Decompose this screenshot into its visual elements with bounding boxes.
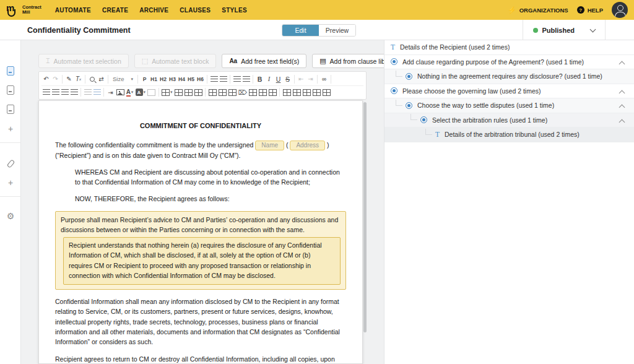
tab-edit[interactable]: Edit — [282, 25, 319, 36]
insert-table-icon[interactable]: ▾ — [161, 87, 174, 97]
document-page[interactable]: COMMITMENT OF CONFIDENTIALITY The follow… — [38, 100, 363, 364]
name-field-chip[interactable]: Name — [255, 141, 284, 150]
address-field-chip[interactable]: Address — [290, 141, 325, 150]
find-icon[interactable] — [87, 74, 97, 84]
add-from-clause-library-button[interactable]: ▤ Add from clause library — [312, 54, 384, 68]
collapse-chevron-icon[interactable] — [619, 90, 625, 96]
insert-column-left-icon[interactable] — [217, 87, 227, 97]
collapse-chevron-icon[interactable] — [619, 61, 625, 67]
find-replace-icon[interactable]: ⇄ — [97, 74, 106, 84]
sidebar-document-2[interactable] — [0, 85, 21, 95]
chevron-down-icon — [590, 26, 596, 32]
merge-cells-icon[interactable] — [248, 87, 258, 97]
format-h5-button[interactable]: H5 — [186, 74, 196, 84]
align-right-icon[interactable] — [60, 87, 69, 97]
add-attachment-button[interactable]: + — [0, 178, 21, 187]
table-header-icon[interactable] — [173, 87, 183, 97]
tab-preview[interactable]: Preview — [319, 25, 355, 36]
tree-item-nothing-disclosure[interactable]: Nothing in the agreement requires any di… — [384, 69, 634, 84]
multilevel-list-2-icon[interactable] — [241, 74, 251, 84]
nav-clauses[interactable]: CLAUSES — [180, 7, 211, 14]
redo-icon[interactable]: ↷ — [51, 74, 60, 84]
nav-archive[interactable]: ARCHIVE — [139, 7, 168, 14]
justify-icon[interactable] — [69, 87, 79, 97]
tree-item-governing-law[interactable]: Please choose the governing law (used 2 … — [384, 84, 634, 99]
format-painter-icon[interactable]: ✎ — [64, 74, 74, 84]
tree-item-arbitration-rules[interactable]: Select the arbitration rules (used 1 tim… — [384, 113, 634, 128]
purpose-clause-block[interactable]: Purpose shall mean Recipient’s advice to… — [55, 211, 346, 290]
tree-item-arbitration-tribunal[interactable]: T Details of the arbitration tribunal (u… — [384, 128, 634, 142]
nav-styles[interactable]: STYLES — [222, 7, 247, 14]
top-app-bar: m Contract Mill AUTOMATE CREATE ARCHIVE … — [0, 0, 634, 20]
delete-column-icon[interactable]: ⌦ — [237, 87, 248, 97]
collapse-chevron-icon[interactable] — [619, 119, 625, 125]
align-left-icon[interactable] — [41, 87, 51, 97]
numbered-list-icon[interactable] — [209, 74, 219, 84]
select-all-icon[interactable] — [147, 87, 157, 97]
user-avatar[interactable] — [612, 2, 628, 18]
cell-properties-icon[interactable] — [282, 87, 292, 97]
settings-button[interactable]: ⚙ — [0, 212, 21, 220]
format-h2-button[interactable]: H2 — [158, 74, 168, 84]
nav-automate[interactable]: AUTOMATE — [55, 7, 91, 14]
attachments-button[interactable] — [0, 160, 21, 168]
delete-row-icon[interactable] — [207, 87, 217, 97]
table-caption-icon[interactable] — [302, 87, 311, 97]
insert-row-above-icon[interactable] — [183, 87, 193, 97]
decrease-indent-icon[interactable]: ⇤ — [297, 74, 306, 84]
insert-image-icon[interactable] — [115, 87, 125, 97]
format-h1-button[interactable]: H1 — [149, 74, 158, 84]
text-field-icon: T — [435, 131, 440, 138]
contract-mill-logo[interactable]: m Contract Mill — [6, 3, 41, 17]
increase-indent-icon[interactable]: ⇥ — [306, 74, 315, 84]
tree-connector — [410, 114, 417, 120]
format-h4-button[interactable]: H4 — [177, 74, 186, 84]
remove-format-icon[interactable]: Tx — [74, 74, 83, 84]
add-free-text-field-button[interactable]: Aa Add free text field(s) — [222, 54, 306, 68]
no-disclosure-clause-block[interactable]: Recipient understands that nothing herei… — [63, 237, 341, 285]
delete-table-icon[interactable] — [292, 87, 302, 97]
tree-item-add-clause-purpose[interactable]: Add clause regarding purpose of the Agre… — [384, 55, 634, 70]
sidebar-document-3[interactable] — [0, 105, 21, 114]
organizations-button[interactable]: ⚡ ORGANIZATIONS — [508, 6, 568, 14]
tree-item-settle-disputes[interactable]: Choose the way to settle disputes (used … — [384, 98, 634, 113]
block-indent-icon[interactable]: ⇥ — [106, 87, 115, 97]
tree-item-details-recipient[interactable]: T Details of the Recipient (used 2 times… — [384, 40, 634, 55]
align-center-icon[interactable] — [51, 87, 60, 97]
link-icon[interactable]: ∞ — [319, 74, 329, 84]
format-h3-button[interactable]: H3 — [168, 74, 177, 84]
insert-column-right-icon[interactable] — [227, 87, 237, 97]
collapse-chevron-icon[interactable] — [619, 105, 625, 111]
table-layout-icon[interactable] — [321, 87, 331, 97]
document-icon — [7, 85, 14, 95]
table-style-icon[interactable] — [311, 87, 321, 97]
strikethrough-button[interactable]: S — [283, 74, 292, 84]
add-document-button[interactable]: + — [0, 124, 21, 133]
horizontal-rule-icon[interactable] — [83, 87, 92, 97]
text-color-icon[interactable]: A▾ — [125, 87, 134, 97]
insert-row-below-icon[interactable] — [193, 87, 203, 97]
automate-text-block-button[interactable]: ⬚ Automate text block — [134, 54, 217, 68]
format-paragraph-button[interactable]: P — [140, 74, 149, 84]
bold-button[interactable]: B — [255, 74, 264, 84]
table-properties-icon[interactable] — [267, 87, 277, 97]
underline-button[interactable]: U — [274, 74, 283, 84]
published-status-dot — [533, 28, 538, 33]
help-button[interactable]: ? HELP — [577, 6, 603, 14]
multilevel-list-icon[interactable] — [232, 74, 241, 84]
font-size-dropdown[interactable]: Size▾ — [110, 76, 136, 82]
undo-icon[interactable]: ↶ — [41, 74, 51, 84]
italic-button[interactable]: I — [264, 74, 274, 84]
format-h6-button[interactable]: H6 — [196, 74, 205, 84]
sidebar-document-1[interactable] — [0, 66, 21, 76]
editor-scrollbar[interactable] — [363, 102, 367, 332]
bulleted-list-icon[interactable] — [219, 74, 228, 84]
background-color-icon[interactable]: A▾ — [134, 87, 147, 97]
publish-status-dropdown[interactable]: Published — [523, 20, 606, 40]
split-cell-icon[interactable] — [258, 87, 267, 97]
nav-create[interactable]: CREATE — [102, 7, 128, 14]
document-icon-active — [7, 66, 14, 76]
page-break-icon[interactable] — [92, 87, 102, 97]
document-outline-button[interactable] — [615, 25, 625, 34]
automate-text-selection-button[interactable]: ⌶ Automate text selection — [38, 54, 129, 68]
